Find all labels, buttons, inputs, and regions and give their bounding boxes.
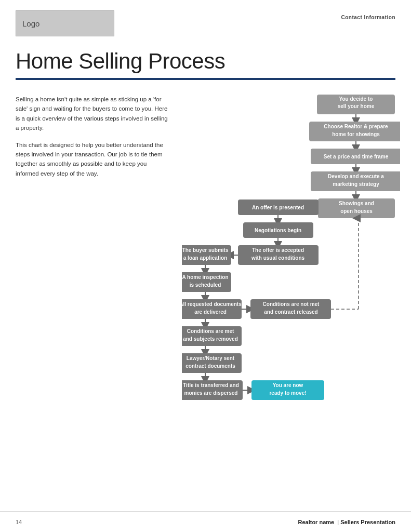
page: Logo Contact Information Home Selling Pr… xyxy=(0,0,411,532)
page-title: Home Selling Process xyxy=(16,49,395,74)
footer-realtor: Realtor name | Sellers Presentation xyxy=(298,519,395,525)
contact-info: Contact Information xyxy=(341,10,396,20)
logo-box: Logo xyxy=(16,10,114,36)
svg-text:You decide to: You decide to xyxy=(339,96,373,102)
footer: 14 Realtor name | Sellers Presentation xyxy=(0,511,411,532)
svg-text:sell your home: sell your home xyxy=(338,103,375,109)
flowchart-container: You decide to sell your home Choose Real… xyxy=(182,95,400,419)
left-text: Selling a home isn't quite as simple as … xyxy=(16,95,171,419)
svg-text:with usual conditions: with usual conditions xyxy=(251,255,305,261)
footer-presentation-label: Sellers Presentation xyxy=(340,519,395,525)
svg-text:are delivered: are delivered xyxy=(194,309,227,315)
svg-text:Set a price and time frame: Set a price and time frame xyxy=(324,154,389,159)
svg-text:ready to move!: ready to move! xyxy=(269,390,306,396)
svg-text:Develop and execute a: Develop and execute a xyxy=(328,174,384,179)
footer-realtor-name: Realtor name xyxy=(298,519,334,525)
svg-text:and contract released: and contract released xyxy=(264,309,317,315)
svg-text:The buyer submits: The buyer submits xyxy=(182,247,229,253)
body-paragraph-2: This chart is designed to help you bette… xyxy=(16,140,171,179)
svg-text:Conditions are met: Conditions are met xyxy=(187,328,234,334)
svg-text:open houses: open houses xyxy=(340,208,373,214)
svg-text:Negotiations begin: Negotiations begin xyxy=(255,228,301,233)
svg-text:An offer is presented: An offer is presented xyxy=(252,205,304,210)
header: Logo Contact Information xyxy=(0,0,411,36)
svg-text:Conditions are not met: Conditions are not met xyxy=(263,301,320,307)
svg-text:Showings and: Showings and xyxy=(339,201,374,206)
svg-text:Title is transferred and: Title is transferred and xyxy=(183,382,239,388)
svg-text:contract documents: contract documents xyxy=(185,363,235,369)
svg-text:a loan application: a loan application xyxy=(183,255,227,261)
svg-text:and subjects removed: and subjects removed xyxy=(183,336,238,342)
svg-text:The offer is accepted: The offer is accepted xyxy=(252,247,304,253)
svg-text:home for showings: home for showings xyxy=(332,131,380,137)
svg-text:monies are dispersed: monies are dispersed xyxy=(184,390,238,396)
svg-text:Choose Realtor & prepare: Choose Realtor & prepare xyxy=(324,124,388,129)
svg-text:All requested documents: All requested documents xyxy=(182,301,242,307)
body-paragraph-1: Selling a home isn't quite as simple as … xyxy=(16,95,171,133)
flowchart-svg: You decide to sell your home Choose Real… xyxy=(182,95,400,417)
title-section: Home Selling Process xyxy=(0,36,411,74)
content-area: Selling a home isn't quite as simple as … xyxy=(0,80,411,419)
logo-label: Logo xyxy=(22,19,39,28)
svg-text:marketing strategy: marketing strategy xyxy=(333,181,379,187)
svg-text:A home inspection: A home inspection xyxy=(182,274,228,280)
footer-page-number: 14 xyxy=(16,519,22,525)
svg-text:is scheduled: is scheduled xyxy=(190,282,221,288)
svg-text:Lawyer/Notary sent: Lawyer/Notary sent xyxy=(187,355,235,361)
svg-text:You are now: You are now xyxy=(273,382,303,388)
